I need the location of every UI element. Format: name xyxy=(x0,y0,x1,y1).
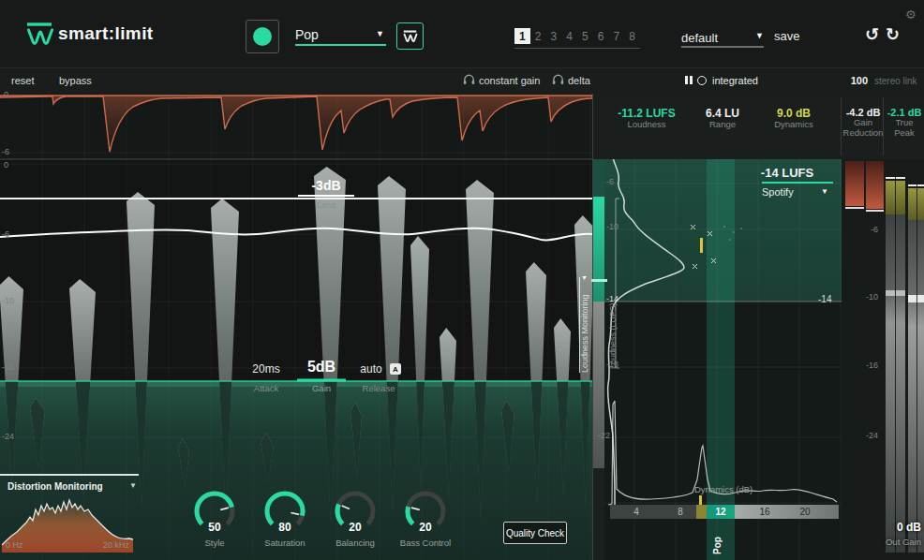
preset-slot-4[interactable]: 4 xyxy=(561,28,577,44)
target-loudness-value[interactable]: -14 LUFS xyxy=(748,166,827,180)
preset-name: default xyxy=(681,31,718,45)
gain-reduction-metric: -4.2 dB Gain Reduction xyxy=(842,107,884,139)
limit-handle[interactable]: -3dB Limit xyxy=(298,178,354,210)
gr-scale-6: -6 xyxy=(2,147,9,156)
loudness-meter-top xyxy=(593,159,604,197)
divider xyxy=(883,97,884,155)
secondary-toolbar: reset bypass constant gain delta integra… xyxy=(0,68,924,95)
app-title: smart:limit xyxy=(58,23,154,44)
redo-icon[interactable]: ↻ xyxy=(886,24,900,45)
style-knob[interactable]: 50 Style xyxy=(192,491,237,539)
preset-slot-row: 1 2 3 4 5 6 7 8 xyxy=(514,28,640,44)
divider xyxy=(841,97,842,155)
preset-slot-3[interactable]: 3 xyxy=(546,28,562,44)
bypass-button[interactable]: bypass xyxy=(59,75,92,86)
loudness-monitoring-tab[interactable]: Loudness Monitoring xyxy=(580,283,589,373)
integrated-mode-icon[interactable] xyxy=(697,76,707,85)
style-label: Style xyxy=(185,538,245,548)
saturation-label: Saturation xyxy=(255,538,315,548)
genre-tag: Pop xyxy=(712,521,723,554)
bass-control-label: Bass Control xyxy=(395,538,455,548)
stereo-link-label: stereo link xyxy=(874,76,917,86)
balancing-value: 20 xyxy=(336,521,374,534)
gr-meter-right xyxy=(866,161,884,209)
chevron-down-icon[interactable]: ▼ xyxy=(129,481,137,490)
gain-value[interactable]: 5dB xyxy=(297,359,346,376)
undo-icon[interactable]: ↺ xyxy=(865,24,879,45)
analysis-panel: -11.2 LUFS Loudness 6.4 LU Range 9.0 dB … xyxy=(592,94,924,560)
preset-slot-5[interactable]: 5 xyxy=(577,28,593,44)
constant-gain-toggle[interactable]: constant gain xyxy=(479,75,540,86)
quality-check-button[interactable]: Quality Check xyxy=(503,522,567,544)
distortion-panel-topline xyxy=(0,474,139,476)
release-value[interactable]: auto xyxy=(352,362,390,376)
bass-control-knob[interactable]: 20 Bass Control xyxy=(403,491,448,539)
chevron-down-icon: ▼ xyxy=(755,31,764,40)
limit-value[interactable]: -3dB xyxy=(298,178,354,197)
saturation-knob[interactable]: 80 Saturation xyxy=(262,491,307,539)
balancing-knob[interactable]: 20 Balancing xyxy=(333,491,378,539)
dynamics-current-tick xyxy=(699,495,702,505)
loudness-meter-tick xyxy=(591,279,607,282)
gr-scale-0: 0 xyxy=(4,90,8,99)
headphones-icon xyxy=(463,74,475,85)
release-label: Release xyxy=(352,383,405,393)
meter-column: -6 -10 -16 -24 0 dB Out Gain xyxy=(842,159,924,560)
metrics-header: -11.2 LUFS Loudness 6.4 LU Range 9.0 dB … xyxy=(593,94,924,160)
loudness-meter-gray xyxy=(593,302,604,468)
smart-engine-button[interactable] xyxy=(396,22,424,50)
genre-profile-value: Pop xyxy=(295,27,319,42)
attack-value[interactable]: 20ms xyxy=(240,362,292,376)
platform-dropdown[interactable]: Spotify xyxy=(762,186,794,198)
chevron-down-icon: ▼ xyxy=(821,187,828,196)
saturation-value: 80 xyxy=(266,521,304,534)
loudness-metric: -11.2 LUFS Loudness xyxy=(609,107,684,130)
triangle-down-icon: ▼ xyxy=(581,274,588,281)
save-button[interactable]: save xyxy=(774,29,799,43)
pause-icon[interactable] xyxy=(685,76,693,84)
target-underline xyxy=(762,182,833,184)
chevron-down-icon: ▼ xyxy=(376,29,384,38)
reset-button[interactable]: reset xyxy=(11,75,34,86)
distortion-monitoring-dropdown[interactable]: Distortion Monitoring xyxy=(7,481,103,492)
dynamics-axis-bar[interactable]: 4 8 12 16 20 xyxy=(610,505,839,519)
sonible-glyph-icon xyxy=(402,30,418,43)
auto-release-badge[interactable]: A xyxy=(390,363,401,375)
preset-slot-1[interactable]: 1 xyxy=(514,28,530,44)
preset-slot-2[interactable]: 2 xyxy=(530,28,546,44)
gr-hold-right xyxy=(866,210,884,212)
limit-label: Limit xyxy=(298,199,354,210)
gr-hold-left xyxy=(845,207,864,209)
target-loudness-band xyxy=(707,159,735,560)
loudness-graph: -6 -10 -14 -18 -22 Loudness (LUFS) -14 L… xyxy=(593,159,842,560)
target-marker-label: -14 xyxy=(818,294,831,304)
freq-min-label: 0 Hz xyxy=(6,540,23,550)
record-indicator xyxy=(253,27,272,46)
smart-limit-plugin-window: smart:limit Pop ▼ 1 2 3 4 5 6 7 8 xyxy=(0,0,924,560)
loudness-meter-bottom xyxy=(593,468,604,560)
gain-label: Gain xyxy=(297,383,346,393)
out-gain-value[interactable]: 0 dB xyxy=(863,521,921,534)
meter-split-right xyxy=(917,184,917,553)
integrated-toggle[interactable]: integrated xyxy=(712,75,758,86)
settings-gear-icon[interactable]: ⚙ xyxy=(905,7,917,22)
sonible-logo-icon xyxy=(25,22,53,47)
delta-toggle[interactable]: delta xyxy=(568,75,590,86)
preset-slot-6[interactable]: 6 xyxy=(593,28,609,44)
out-gain-label: Out Gain xyxy=(857,537,921,547)
preset-slot-7[interactable]: 7 xyxy=(609,28,625,44)
slot-underline xyxy=(514,48,640,49)
loudness-meter-bar xyxy=(593,197,604,302)
preset-slot-8[interactable]: 8 xyxy=(624,28,640,44)
record-learn-button[interactable] xyxy=(246,20,279,53)
range-metric: 6.4 LU Range xyxy=(685,107,760,130)
genre-profile-dropdown[interactable]: Pop ▼ xyxy=(295,26,386,43)
preset-dropdown[interactable]: default ▼ xyxy=(681,29,764,46)
gr-meter-left xyxy=(845,161,864,206)
bass-control-value: 20 xyxy=(407,521,444,534)
headphones-icon xyxy=(552,74,564,85)
freq-max-label: 20 kHz xyxy=(103,540,129,550)
stereo-link-value[interactable]: 100 xyxy=(842,75,868,86)
true-peak-metric: -2.1 dB True Peak xyxy=(885,107,924,139)
dropdown-underline xyxy=(681,46,764,48)
